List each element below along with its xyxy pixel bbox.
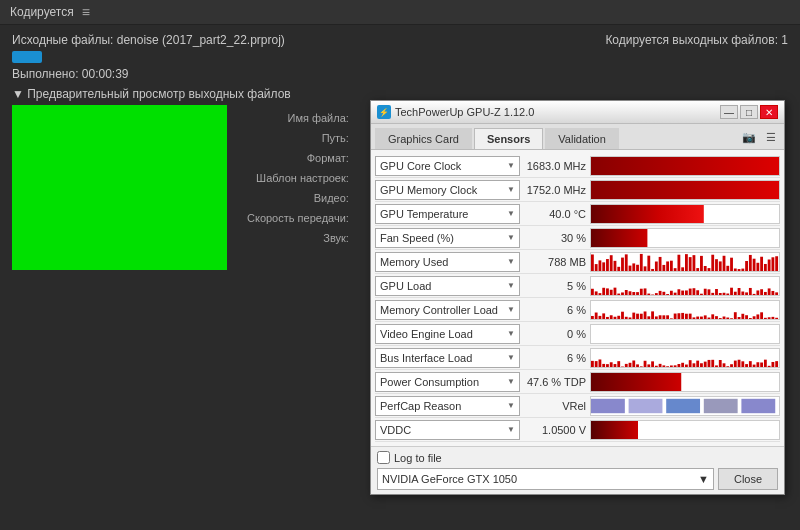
svg-rect-144 xyxy=(726,317,729,318)
svg-rect-182 xyxy=(681,362,684,366)
svg-rect-139 xyxy=(708,317,711,318)
sensor-name: PerfCap Reason xyxy=(380,400,461,412)
svg-rect-207 xyxy=(775,361,778,367)
sensor-value-2: 40.0 °C xyxy=(520,208,590,220)
svg-rect-203 xyxy=(760,362,763,366)
svg-rect-102 xyxy=(756,290,759,295)
sensor-row: PerfCap Reason▼VRel xyxy=(375,394,780,418)
svg-rect-49 xyxy=(745,261,748,271)
svg-rect-151 xyxy=(753,316,756,319)
sensor-dropdown-0[interactable]: GPU Core Clock▼ xyxy=(375,156,520,176)
svg-rect-157 xyxy=(775,317,778,318)
sensor-dropdown-7[interactable]: Video Engine Load▼ xyxy=(375,324,520,344)
window-close-button[interactable]: ✕ xyxy=(760,105,778,119)
svg-rect-109 xyxy=(595,312,598,318)
log-checkbox[interactable] xyxy=(377,451,390,464)
svg-rect-127 xyxy=(662,315,665,319)
sensor-name: Memory Used xyxy=(380,256,448,268)
svg-rect-82 xyxy=(681,290,684,294)
svg-rect-101 xyxy=(753,293,756,294)
restore-button[interactable]: □ xyxy=(740,105,758,119)
sensor-name: GPU Memory Clock xyxy=(380,184,477,196)
video-preview xyxy=(12,105,227,270)
app-title: Кодируется xyxy=(10,5,74,19)
tab-validation[interactable]: Validation xyxy=(545,128,619,149)
gpuz-window: ⚡ TechPowerUp GPU-Z 1.12.0 — □ ✕ Graphic… xyxy=(370,100,785,495)
svg-rect-191 xyxy=(715,365,718,367)
close-button[interactable]: Close xyxy=(718,468,778,490)
minimize-button[interactable]: — xyxy=(720,105,738,119)
svg-rect-99 xyxy=(745,292,748,295)
sensor-dropdown-6[interactable]: Memory Controller Load▼ xyxy=(375,300,520,320)
svg-rect-159 xyxy=(595,361,598,367)
svg-rect-194 xyxy=(726,366,729,367)
svg-rect-155 xyxy=(768,317,771,319)
svg-rect-40 xyxy=(711,254,714,270)
svg-rect-9 xyxy=(595,264,598,271)
svg-rect-161 xyxy=(602,363,605,366)
sensor-dropdown-5[interactable]: GPU Load▼ xyxy=(375,276,520,296)
svg-rect-68 xyxy=(629,291,632,295)
sensor-value-3: 30 % xyxy=(520,232,590,244)
svg-rect-83 xyxy=(685,290,688,295)
svg-rect-13 xyxy=(610,255,613,271)
gpuz-titlebar: ⚡ TechPowerUp GPU-Z 1.12.0 — □ ✕ xyxy=(371,101,784,124)
gpuz-title-left: ⚡ TechPowerUp GPU-Z 1.12.0 xyxy=(377,105,534,119)
sensor-dropdown-4[interactable]: Memory Used▼ xyxy=(375,252,520,272)
sensor-dropdown-10[interactable]: PerfCap Reason▼ xyxy=(375,396,520,416)
svg-rect-115 xyxy=(617,315,620,318)
svg-rect-92 xyxy=(719,293,722,295)
svg-rect-199 xyxy=(745,364,748,367)
sensor-dropdown-11[interactable]: VDDC▼ xyxy=(375,420,520,440)
sensor-graph-8 xyxy=(590,348,780,368)
svg-rect-124 xyxy=(651,311,654,319)
svg-rect-148 xyxy=(741,313,744,318)
svg-rect-202 xyxy=(756,362,759,367)
svg-rect-196 xyxy=(734,360,737,366)
svg-rect-105 xyxy=(768,288,771,295)
sensor-graph-11 xyxy=(590,420,780,440)
svg-rect-118 xyxy=(629,317,632,319)
sensor-dropdown-2[interactable]: GPU Temperature▼ xyxy=(375,204,520,224)
svg-rect-54 xyxy=(764,263,767,270)
menu-icon[interactable]: ≡ xyxy=(82,4,90,20)
sensor-dropdown-8[interactable]: Bus Interface Load▼ xyxy=(375,348,520,368)
tab-sensors[interactable]: Sensors xyxy=(474,128,543,149)
svg-rect-94 xyxy=(726,293,729,294)
tab-graphics-card[interactable]: Graphics Card xyxy=(375,128,472,149)
svg-rect-145 xyxy=(730,318,733,319)
sensor-dropdown-1[interactable]: GPU Memory Clock▼ xyxy=(375,180,520,200)
svg-rect-175 xyxy=(655,365,658,366)
svg-rect-133 xyxy=(685,313,688,318)
gpu-select[interactable]: NVIDIA GeForce GTX 1050 ▼ xyxy=(377,468,714,490)
sensor-value-1: 1752.0 MHz xyxy=(520,184,590,196)
format-label: Формат: xyxy=(247,149,349,167)
svg-rect-5 xyxy=(591,181,779,199)
svg-rect-17 xyxy=(625,254,628,271)
sensor-name: Power Consumption xyxy=(380,376,479,388)
main-area: Исходные файлы: denoise (2017_part2_22.p… xyxy=(0,25,800,278)
svg-rect-128 xyxy=(666,315,669,319)
svg-rect-173 xyxy=(647,364,650,367)
camera-icon[interactable]: 📷 xyxy=(740,131,758,145)
svg-rect-95 xyxy=(730,287,733,294)
settings-icon[interactable]: ☰ xyxy=(762,131,780,145)
dropdown-arrow: ▼ xyxy=(507,401,515,410)
svg-rect-178 xyxy=(666,366,669,367)
svg-rect-119 xyxy=(632,312,635,318)
sensor-dropdown-3[interactable]: Fan Speed (%)▼ xyxy=(375,228,520,248)
sensor-name: Memory Controller Load xyxy=(380,304,498,316)
preset-label: Шаблон настроек: xyxy=(247,169,349,187)
sensor-value-11: 1.0500 V xyxy=(520,424,590,436)
svg-rect-51 xyxy=(753,258,756,270)
tab-icons: 📷 ☰ xyxy=(740,128,780,149)
svg-rect-140 xyxy=(711,314,714,319)
svg-rect-33 xyxy=(685,254,688,271)
svg-rect-60 xyxy=(599,293,602,295)
svg-rect-212 xyxy=(704,398,738,412)
svg-rect-195 xyxy=(730,364,733,367)
sensor-value-9: 47.6 % TDP xyxy=(520,376,590,388)
svg-rect-21 xyxy=(640,253,643,270)
sensor-dropdown-9[interactable]: Power Consumption▼ xyxy=(375,372,520,392)
svg-rect-43 xyxy=(723,255,726,270)
